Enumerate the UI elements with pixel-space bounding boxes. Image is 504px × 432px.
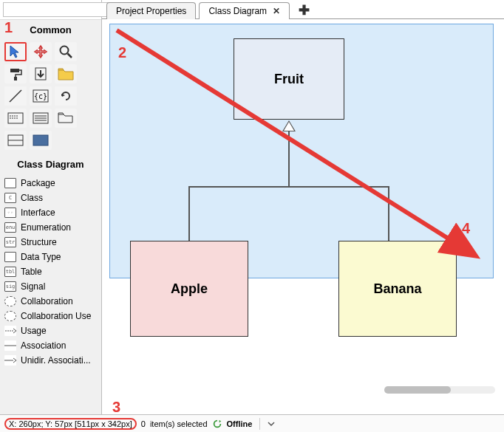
collaboration-icon	[4, 296, 16, 306]
lines-box-tool[interactable]	[30, 109, 52, 128]
horizontal-scrollbar[interactable]	[384, 386, 495, 394]
class-icon: C	[4, 193, 16, 203]
tab-class-diagram[interactable]: Class Diagram ✕	[199, 2, 290, 19]
cursor-tool[interactable]	[4, 42, 27, 61]
status-offline: Offline	[227, 419, 253, 428]
svg-point-2	[61, 47, 69, 55]
palette-item-interface[interactable]: ◦◦Interface	[0, 205, 101, 220]
svg-rect-5	[14, 77, 17, 80]
palette-item-datatype[interactable]: Data Type	[0, 250, 101, 264]
solid-box-tool[interactable]	[30, 131, 52, 150]
usage-icon	[4, 326, 16, 336]
palette-item-table[interactable]: tblTable	[0, 264, 101, 279]
tab-label: Class Diagram	[208, 6, 267, 16]
palette-item-class[interactable]: CClass	[0, 191, 101, 205]
edge-to-apple[interactable]	[188, 186, 190, 241]
palette-item-label: Structure	[21, 237, 57, 247]
common-tools: {c}	[0, 40, 101, 154]
tab-project-properties[interactable]: Project Properties	[106, 2, 196, 19]
status-items-label: item(s) selected	[150, 419, 208, 428]
palette-item-label: Class	[21, 193, 43, 203]
section-title-common: Common	[0, 20, 101, 40]
palette-item-label: Collaboration	[21, 296, 73, 306]
status-coordinates: X: 260px; Y: 57px [511px x 342px]	[4, 418, 137, 430]
class-node-banana[interactable]: Banana	[338, 241, 457, 337]
edge-vertical[interactable]	[288, 131, 290, 187]
palette-item-unidir-association[interactable]: Unidir. Associati...	[0, 353, 101, 368]
generalization-arrowhead	[282, 120, 296, 131]
edge-to-banana[interactable]	[388, 186, 389, 241]
palette-item-label: Usage	[21, 326, 47, 336]
enumeration-icon: enu	[4, 222, 16, 233]
svg-line-7	[10, 90, 21, 102]
line-icon	[8, 89, 23, 103]
svg-line-3	[68, 54, 72, 58]
palette-item-label: Signal	[21, 281, 45, 292]
folder-icon	[58, 67, 74, 80]
folder-tool[interactable]	[55, 64, 77, 83]
content-area: Project Properties Class Diagram ✕ ✚ Fru…	[102, 0, 504, 414]
folder-open-icon	[58, 112, 74, 124]
palette-item-label: Package	[21, 178, 55, 188]
split-box-tool[interactable]	[4, 131, 27, 150]
table-icon: tbl	[4, 267, 16, 277]
move-tool[interactable]	[30, 42, 52, 61]
palette-item-structure[interactable]: strStructure	[0, 235, 101, 250]
dash-box-icon	[7, 112, 24, 124]
class-node-apple[interactable]: Apple	[130, 241, 248, 337]
class-node-label: Apple	[171, 281, 208, 297]
palette-item-package[interactable]: Package	[0, 176, 101, 191]
tabbar: Project Properties Class Diagram ✕ ✚	[102, 0, 504, 19]
palette-item-usage[interactable]: Usage	[0, 323, 101, 338]
diagram-canvas[interactable]: Fruit Apple Banana	[102, 19, 504, 414]
tab-label: Project Properties	[116, 6, 186, 16]
line-tool[interactable]	[4, 86, 27, 106]
sidebar: Common	[0, 0, 102, 414]
collaboration-use-icon	[4, 311, 16, 321]
tab-close-button[interactable]: ✕	[273, 6, 280, 16]
palette-item-label: Table	[21, 267, 42, 277]
rotate-icon	[58, 89, 73, 103]
cursor-icon	[8, 44, 23, 59]
scrollbar-thumb[interactable]	[384, 386, 451, 394]
signal-icon: sig	[4, 281, 16, 292]
palette-item-label: Enumeration	[21, 222, 71, 233]
svg-rect-4	[10, 69, 19, 72]
palette-item-collaboration-use[interactable]: Collaboration Use	[0, 309, 101, 323]
statusbar: X: 260px; Y: 57px [511px x 342px] 0 item…	[0, 414, 504, 432]
association-icon	[4, 340, 16, 351]
status-separator	[259, 418, 260, 430]
refresh-icon[interactable]	[212, 419, 222, 429]
code-tool[interactable]: {c}	[30, 86, 52, 106]
folder-open-tool[interactable]	[55, 109, 77, 128]
class-node-label: Fruit	[274, 72, 304, 87]
download-arrow-icon	[33, 66, 48, 81]
solid-box-icon	[33, 134, 49, 146]
chevron-down-icon[interactable]	[268, 420, 275, 428]
palette-item-signal[interactable]: sigSignal	[0, 279, 101, 294]
zoom-tool[interactable]	[55, 42, 77, 61]
search-input[interactable]	[3, 2, 111, 17]
unidir-association-icon	[4, 355, 16, 366]
palette-item-association[interactable]: Association	[0, 338, 101, 353]
palette-item-label: Interface	[21, 208, 55, 218]
palette-item-label: Association	[21, 340, 66, 351]
lines-box-icon	[33, 112, 49, 124]
paint-tool[interactable]	[4, 64, 27, 83]
new-tab-button[interactable]: ✚	[293, 2, 316, 18]
edge-horizontal[interactable]	[188, 186, 389, 188]
download-tool[interactable]	[30, 64, 52, 83]
package-icon	[4, 178, 16, 188]
palette-item-label: Collaboration Use	[21, 311, 91, 321]
svg-rect-19	[33, 135, 48, 145]
rotate-tool[interactable]	[55, 86, 77, 106]
section-title-classdiagram: Class Diagram	[0, 154, 101, 174]
dash-box-tool[interactable]	[4, 109, 27, 128]
svg-text:{c}: {c}	[34, 92, 47, 100]
palette-item-enumeration[interactable]: enuEnumeration	[0, 220, 101, 235]
palette-item-label: Unidir. Associati...	[21, 355, 91, 366]
interface-icon: ◦◦	[4, 208, 16, 218]
zoom-icon	[58, 44, 73, 59]
class-node-fruit[interactable]: Fruit	[234, 38, 344, 120]
palette-item-collaboration[interactable]: Collaboration	[0, 294, 101, 309]
